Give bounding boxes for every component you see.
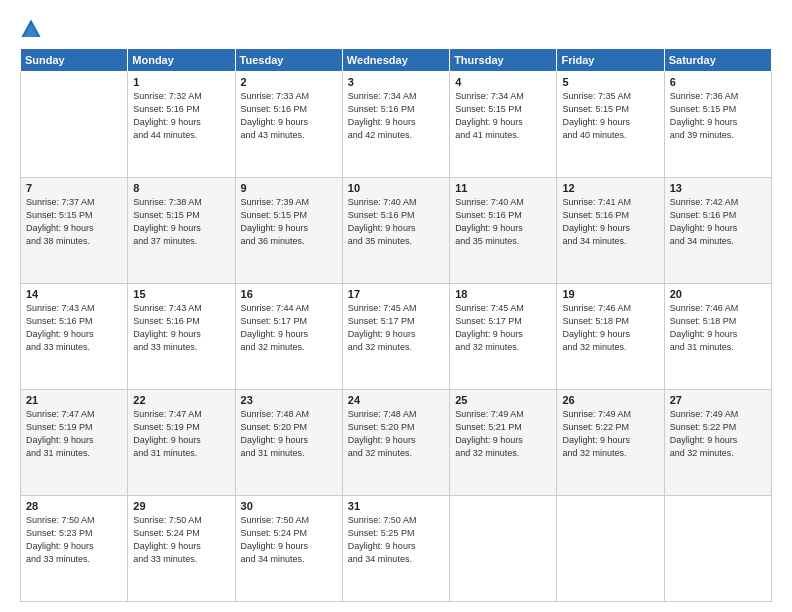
day-number: 3: [348, 76, 444, 88]
day-number: 6: [670, 76, 766, 88]
day-number: 7: [26, 182, 122, 194]
calendar-week-row: 21Sunrise: 7:47 AM Sunset: 5:19 PM Dayli…: [21, 390, 772, 496]
calendar-cell: 21Sunrise: 7:47 AM Sunset: 5:19 PM Dayli…: [21, 390, 128, 496]
day-info: Sunrise: 7:46 AM Sunset: 5:18 PM Dayligh…: [670, 302, 766, 354]
day-info: Sunrise: 7:34 AM Sunset: 5:15 PM Dayligh…: [455, 90, 551, 142]
day-number: 2: [241, 76, 337, 88]
day-number: 8: [133, 182, 229, 194]
day-info: Sunrise: 7:47 AM Sunset: 5:19 PM Dayligh…: [26, 408, 122, 460]
calendar-week-row: 14Sunrise: 7:43 AM Sunset: 5:16 PM Dayli…: [21, 284, 772, 390]
calendar-cell: [557, 496, 664, 602]
day-number: 1: [133, 76, 229, 88]
calendar-cell: 9Sunrise: 7:39 AM Sunset: 5:15 PM Daylig…: [235, 178, 342, 284]
day-info: Sunrise: 7:40 AM Sunset: 5:16 PM Dayligh…: [455, 196, 551, 248]
header: [20, 18, 772, 40]
day-info: Sunrise: 7:48 AM Sunset: 5:20 PM Dayligh…: [241, 408, 337, 460]
day-info: Sunrise: 7:34 AM Sunset: 5:16 PM Dayligh…: [348, 90, 444, 142]
day-number: 13: [670, 182, 766, 194]
day-number: 11: [455, 182, 551, 194]
day-number: 19: [562, 288, 658, 300]
calendar-cell: 10Sunrise: 7:40 AM Sunset: 5:16 PM Dayli…: [342, 178, 449, 284]
calendar-cell: 1Sunrise: 7:32 AM Sunset: 5:16 PM Daylig…: [128, 72, 235, 178]
day-number: 31: [348, 500, 444, 512]
calendar-week-row: 7Sunrise: 7:37 AM Sunset: 5:15 PM Daylig…: [21, 178, 772, 284]
calendar-cell: 3Sunrise: 7:34 AM Sunset: 5:16 PM Daylig…: [342, 72, 449, 178]
calendar-cell: [450, 496, 557, 602]
calendar-cell: 28Sunrise: 7:50 AM Sunset: 5:23 PM Dayli…: [21, 496, 128, 602]
day-info: Sunrise: 7:50 AM Sunset: 5:24 PM Dayligh…: [133, 514, 229, 566]
calendar-cell: 31Sunrise: 7:50 AM Sunset: 5:25 PM Dayli…: [342, 496, 449, 602]
calendar-cell: 23Sunrise: 7:48 AM Sunset: 5:20 PM Dayli…: [235, 390, 342, 496]
calendar-cell: [21, 72, 128, 178]
day-info: Sunrise: 7:50 AM Sunset: 5:25 PM Dayligh…: [348, 514, 444, 566]
day-of-week-header: Sunday: [21, 49, 128, 72]
day-number: 26: [562, 394, 658, 406]
day-number: 21: [26, 394, 122, 406]
day-number: 12: [562, 182, 658, 194]
calendar-cell: 27Sunrise: 7:49 AM Sunset: 5:22 PM Dayli…: [664, 390, 771, 496]
day-number: 5: [562, 76, 658, 88]
calendar-cell: 15Sunrise: 7:43 AM Sunset: 5:16 PM Dayli…: [128, 284, 235, 390]
day-info: Sunrise: 7:48 AM Sunset: 5:20 PM Dayligh…: [348, 408, 444, 460]
day-info: Sunrise: 7:38 AM Sunset: 5:15 PM Dayligh…: [133, 196, 229, 248]
day-info: Sunrise: 7:35 AM Sunset: 5:15 PM Dayligh…: [562, 90, 658, 142]
day-number: 23: [241, 394, 337, 406]
day-info: Sunrise: 7:33 AM Sunset: 5:16 PM Dayligh…: [241, 90, 337, 142]
logo: [20, 18, 46, 40]
day-number: 30: [241, 500, 337, 512]
day-info: Sunrise: 7:36 AM Sunset: 5:15 PM Dayligh…: [670, 90, 766, 142]
page: SundayMondayTuesdayWednesdayThursdayFrid…: [0, 0, 792, 612]
calendar-cell: 12Sunrise: 7:41 AM Sunset: 5:16 PM Dayli…: [557, 178, 664, 284]
day-info: Sunrise: 7:49 AM Sunset: 5:21 PM Dayligh…: [455, 408, 551, 460]
day-number: 24: [348, 394, 444, 406]
day-number: 22: [133, 394, 229, 406]
calendar-cell: 18Sunrise: 7:45 AM Sunset: 5:17 PM Dayli…: [450, 284, 557, 390]
day-of-week-header: Saturday: [664, 49, 771, 72]
day-info: Sunrise: 7:43 AM Sunset: 5:16 PM Dayligh…: [133, 302, 229, 354]
calendar-cell: 6Sunrise: 7:36 AM Sunset: 5:15 PM Daylig…: [664, 72, 771, 178]
day-of-week-header: Monday: [128, 49, 235, 72]
day-info: Sunrise: 7:45 AM Sunset: 5:17 PM Dayligh…: [455, 302, 551, 354]
calendar-cell: 2Sunrise: 7:33 AM Sunset: 5:16 PM Daylig…: [235, 72, 342, 178]
day-of-week-header: Friday: [557, 49, 664, 72]
day-number: 4: [455, 76, 551, 88]
day-of-week-header: Tuesday: [235, 49, 342, 72]
calendar-cell: 8Sunrise: 7:38 AM Sunset: 5:15 PM Daylig…: [128, 178, 235, 284]
day-number: 15: [133, 288, 229, 300]
calendar-cell: 16Sunrise: 7:44 AM Sunset: 5:17 PM Dayli…: [235, 284, 342, 390]
day-info: Sunrise: 7:49 AM Sunset: 5:22 PM Dayligh…: [670, 408, 766, 460]
day-info: Sunrise: 7:42 AM Sunset: 5:16 PM Dayligh…: [670, 196, 766, 248]
day-number: 9: [241, 182, 337, 194]
day-number: 28: [26, 500, 122, 512]
day-info: Sunrise: 7:37 AM Sunset: 5:15 PM Dayligh…: [26, 196, 122, 248]
calendar-week-row: 1Sunrise: 7:32 AM Sunset: 5:16 PM Daylig…: [21, 72, 772, 178]
day-of-week-header: Wednesday: [342, 49, 449, 72]
day-info: Sunrise: 7:50 AM Sunset: 5:23 PM Dayligh…: [26, 514, 122, 566]
calendar-cell: 26Sunrise: 7:49 AM Sunset: 5:22 PM Dayli…: [557, 390, 664, 496]
calendar-cell: 22Sunrise: 7:47 AM Sunset: 5:19 PM Dayli…: [128, 390, 235, 496]
calendar-cell: 20Sunrise: 7:46 AM Sunset: 5:18 PM Dayli…: [664, 284, 771, 390]
calendar-cell: 7Sunrise: 7:37 AM Sunset: 5:15 PM Daylig…: [21, 178, 128, 284]
calendar-cell: [664, 496, 771, 602]
day-number: 20: [670, 288, 766, 300]
day-info: Sunrise: 7:39 AM Sunset: 5:15 PM Dayligh…: [241, 196, 337, 248]
day-info: Sunrise: 7:45 AM Sunset: 5:17 PM Dayligh…: [348, 302, 444, 354]
calendar-cell: 19Sunrise: 7:46 AM Sunset: 5:18 PM Dayli…: [557, 284, 664, 390]
day-info: Sunrise: 7:40 AM Sunset: 5:16 PM Dayligh…: [348, 196, 444, 248]
day-number: 16: [241, 288, 337, 300]
day-info: Sunrise: 7:43 AM Sunset: 5:16 PM Dayligh…: [26, 302, 122, 354]
calendar-cell: 24Sunrise: 7:48 AM Sunset: 5:20 PM Dayli…: [342, 390, 449, 496]
day-info: Sunrise: 7:44 AM Sunset: 5:17 PM Dayligh…: [241, 302, 337, 354]
day-info: Sunrise: 7:32 AM Sunset: 5:16 PM Dayligh…: [133, 90, 229, 142]
logo-icon: [20, 18, 42, 40]
day-info: Sunrise: 7:50 AM Sunset: 5:24 PM Dayligh…: [241, 514, 337, 566]
day-number: 25: [455, 394, 551, 406]
calendar-cell: 25Sunrise: 7:49 AM Sunset: 5:21 PM Dayli…: [450, 390, 557, 496]
day-info: Sunrise: 7:46 AM Sunset: 5:18 PM Dayligh…: [562, 302, 658, 354]
day-number: 18: [455, 288, 551, 300]
day-info: Sunrise: 7:49 AM Sunset: 5:22 PM Dayligh…: [562, 408, 658, 460]
day-number: 27: [670, 394, 766, 406]
day-of-week-header: Thursday: [450, 49, 557, 72]
calendar-cell: 11Sunrise: 7:40 AM Sunset: 5:16 PM Dayli…: [450, 178, 557, 284]
calendar-header-row: SundayMondayTuesdayWednesdayThursdayFrid…: [21, 49, 772, 72]
